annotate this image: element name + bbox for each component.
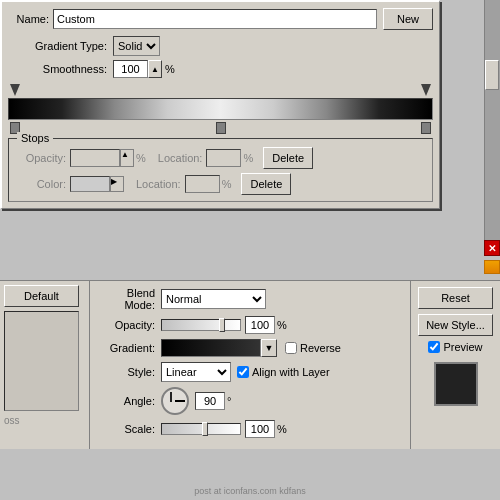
bottom-main-settings: Blend Mode: Normal Opacity: % Gradient: … <box>90 281 410 449</box>
scroll-thumb[interactable] <box>485 60 499 90</box>
gradient-swatch-row: ▼ <box>161 339 277 357</box>
delete-color-stop-button[interactable]: Delete <box>241 173 291 195</box>
stops-color-location-input <box>185 175 220 193</box>
watermark: post at iconfans.com kdfans <box>194 486 306 496</box>
smoothness-row: Smoothness: ▲ % <box>8 60 433 78</box>
stops-opacity-location-pct: % <box>243 152 253 164</box>
smoothness-spin-btn[interactable]: ▲ <box>148 60 162 78</box>
angle-deg: ° <box>227 395 231 407</box>
stops-opacity-location-label: Location: <box>158 152 203 164</box>
styles-list[interactable] <box>4 311 79 411</box>
blend-mode-row: Blend Mode: Normal <box>96 287 404 311</box>
color-stop-row: Color: ▶ Location: % Delete <box>15 173 426 195</box>
gradient-type-select[interactable]: Solid <box>113 36 160 56</box>
opacity-stop-row: Opacity: ▲ % Location: % Delete <box>15 147 426 169</box>
color-arrow-button[interactable]: ▶ <box>110 176 124 192</box>
right-scrollbar[interactable] <box>484 0 500 240</box>
stops-group: Stops Opacity: ▲ % Location: % Delete Co… <box>8 138 433 202</box>
scale-slider-thumb[interactable] <box>202 422 208 436</box>
scale-input[interactable] <box>245 420 275 438</box>
gradient-mini-swatch[interactable] <box>161 339 261 357</box>
angle-dial-needle <box>170 392 172 402</box>
stops-opacity-location-input <box>206 149 241 167</box>
smoothness-pct: % <box>165 63 175 75</box>
stops-color-location-label: Location: <box>136 178 181 190</box>
align-layer-checkbox[interactable] <box>237 366 249 378</box>
stops-color-label: Color: <box>15 178 70 190</box>
opacity-input[interactable] <box>245 316 275 334</box>
stops-opacity-label: Opacity: <box>15 152 70 164</box>
gradient-label: Gradient: <box>96 342 161 354</box>
bottom-panel: Default oss Blend Mode: Normal Opacity: … <box>0 280 500 449</box>
stops-color-location-pct: % <box>222 178 232 190</box>
reverse-label: Reverse <box>300 342 341 354</box>
style-label: Style: <box>96 366 161 378</box>
blend-mode-select[interactable]: Normal <box>161 289 266 309</box>
close-button[interactable]: ✕ <box>484 240 500 256</box>
opacity-row: Opacity: % <box>96 316 404 334</box>
stop-top-right[interactable] <box>421 84 431 96</box>
smoothness-label: Smoothness: <box>8 63 113 75</box>
new-style-button[interactable]: New Style... <box>418 314 493 336</box>
smoothness-input[interactable] <box>113 60 148 78</box>
stop-bottom-right[interactable] <box>421 122 431 134</box>
gradient-bottom-stops <box>8 120 433 134</box>
angle-dial[interactable] <box>161 387 189 415</box>
right-accent-bar <box>484 260 500 274</box>
reverse-checkbox-group: Reverse <box>285 342 341 354</box>
gradient-type-label: Gradient Type: <box>8 40 113 52</box>
preview-checkbox-group: Preview <box>428 341 482 353</box>
delete-opacity-stop-button[interactable]: Delete <box>263 147 313 169</box>
reverse-checkbox[interactable] <box>285 342 297 354</box>
gradient-preview-container <box>8 84 433 134</box>
name-row: Name: New <box>8 8 433 30</box>
bottom-left-sidebar: Default oss <box>0 281 90 449</box>
stops-legend: Stops <box>17 132 53 144</box>
style-select[interactable]: Linear <box>161 362 231 382</box>
stops-opacity-input <box>70 149 120 167</box>
opacity-slider-thumb[interactable] <box>219 318 225 332</box>
blend-mode-label: Blend Mode: <box>96 287 161 311</box>
angle-input[interactable] <box>195 392 225 410</box>
preview-label: Preview <box>443 341 482 353</box>
stops-opacity-spin[interactable]: ▲ <box>120 149 134 167</box>
gradient-dropdown-button[interactable]: ▼ <box>261 339 277 357</box>
gradient-editor-dialog: Name: New Gradient Type: Solid Smoothnes… <box>0 0 440 209</box>
opacity-pct: % <box>277 319 287 331</box>
gradient-top-stops <box>8 84 433 98</box>
gradient-bar[interactable] <box>8 98 433 120</box>
opacity-slider[interactable] <box>161 319 241 331</box>
align-layer-label: Align with Layer <box>252 366 330 378</box>
default-button[interactable]: Default <box>4 285 79 307</box>
opacity-label: Opacity: <box>96 319 161 331</box>
angle-label: Angle: <box>96 395 161 407</box>
name-label: Name: <box>8 13 53 25</box>
reset-button[interactable]: Reset <box>418 287 493 309</box>
stop-bottom-mid[interactable] <box>216 122 226 134</box>
gradient-type-row: Gradient Type: Solid <box>8 36 433 56</box>
preview-thumbnail <box>434 362 478 406</box>
new-button[interactable]: New <box>383 8 433 30</box>
scale-row: Scale: % <box>96 420 404 438</box>
name-input[interactable] <box>53 9 377 29</box>
bevel-label: oss <box>4 415 85 426</box>
scale-label: Scale: <box>96 423 161 435</box>
color-swatch[interactable] <box>70 176 110 192</box>
style-row: Style: Linear Align with Layer <box>96 362 404 382</box>
stops-opacity-pct: % <box>136 152 146 164</box>
bottom-right-sidebar: Reset New Style... Preview <box>410 281 500 449</box>
preview-checkbox[interactable] <box>428 341 440 353</box>
gradient-row: Gradient: ▼ Reverse <box>96 339 404 357</box>
stop-top-left[interactable] <box>10 84 20 96</box>
angle-row: Angle: ° <box>96 387 404 415</box>
scale-slider[interactable] <box>161 423 241 435</box>
align-layer-checkbox-group: Align with Layer <box>237 366 330 378</box>
scale-pct: % <box>277 423 287 435</box>
